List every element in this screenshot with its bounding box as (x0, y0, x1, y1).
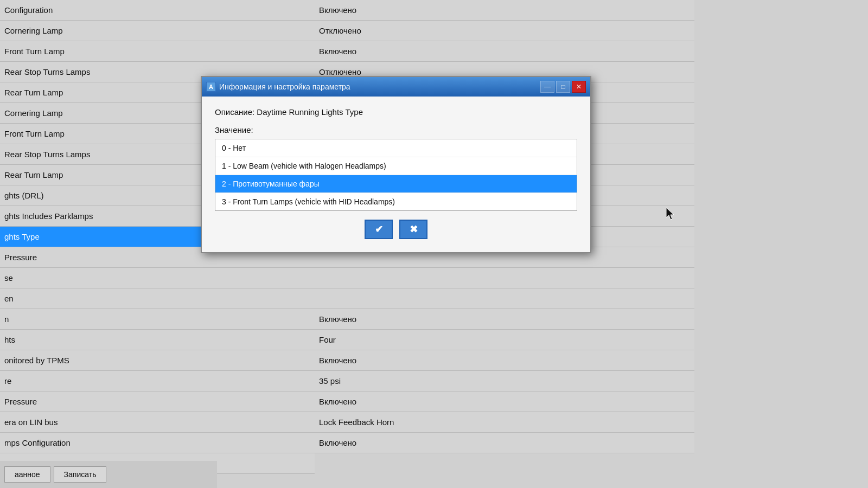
dialog-window: A Информация и настройка параметра — □ ✕… (201, 76, 591, 253)
dialog-title-icon: A (206, 82, 216, 92)
list-item-tpms[interactable]: onitored by TPMS (0, 350, 315, 371)
list-item-frontturn1[interactable]: Front Turn Lamp (0, 41, 315, 62)
list-item-lamps-config[interactable]: mps Configuration (0, 433, 315, 453)
options-list[interactable]: 0 - Нет 1 - Low Beam (vehicle with Halog… (215, 139, 577, 211)
value-item-15 (315, 288, 694, 309)
list-item-cornering1[interactable]: Cornering Lamp (0, 21, 315, 41)
cancel-button[interactable]: ✖ (399, 220, 427, 239)
value-item-14 (315, 268, 694, 288)
list-item-en[interactable]: en (0, 288, 315, 309)
list-item-linbus[interactable]: era on LIN bus (0, 412, 315, 433)
value-item-18: Включено (315, 350, 694, 371)
value-item-21: Lock Feedback Horn (315, 412, 694, 433)
option-0[interactable]: 0 - Нет (215, 139, 577, 157)
close-button[interactable]: ✕ (572, 81, 586, 93)
list-item-n1[interactable]: n (0, 309, 315, 330)
value-item-16: Включено (315, 309, 694, 330)
value-item-2: Отключено (315, 21, 694, 41)
minimize-button[interactable]: — (540, 81, 554, 93)
value-header-label: Значение: (215, 125, 577, 134)
list-item-pressure2[interactable]: Pressure (0, 391, 315, 412)
option-3[interactable]: 3 - Front Turn Lamps (vehicle with HID H… (215, 193, 577, 210)
value-item-1: Включено (315, 0, 694, 21)
value-item-22: Включено (315, 433, 694, 453)
value-item-17: Four (315, 330, 694, 350)
list-item-hts[interactable]: hts (0, 330, 315, 350)
list-item-se[interactable]: se (0, 268, 315, 288)
dialog-body: Описание: Daytime Running Lights Type Зн… (202, 97, 590, 252)
restore-button[interactable]: □ (556, 81, 570, 93)
value-item-19: 35 psi (315, 371, 694, 391)
dialog-title-buttons: — □ ✕ (540, 81, 586, 93)
description-label: Описание: Daytime Running Lights Type (215, 107, 577, 117)
read-button[interactable]: аанное (4, 466, 50, 483)
dialog-action-buttons: ✔ ✖ (215, 220, 577, 243)
dialog-title-text: Информация и настройка параметра (219, 82, 537, 91)
list-item-configuration[interactable]: Configuration (0, 0, 315, 21)
option-1[interactable]: 1 - Low Beam (vehicle with Halogen Headl… (215, 157, 577, 175)
desc-value: Daytime Running Lights Type (257, 107, 363, 117)
value-item-3: Включено (315, 41, 694, 62)
desc-prefix: Описание: (215, 107, 257, 117)
confirm-button[interactable]: ✔ (365, 220, 393, 239)
list-item-re[interactable]: re (0, 371, 315, 391)
value-item-20: Включено (315, 391, 694, 412)
dialog-titlebar: A Информация и настройка параметра — □ ✕ (202, 77, 590, 97)
option-2[interactable]: 2 - Противотуманные фары (215, 175, 577, 193)
bottom-toolbar: аанное Записать (0, 461, 217, 488)
write-button[interactable]: Записать (54, 466, 107, 483)
